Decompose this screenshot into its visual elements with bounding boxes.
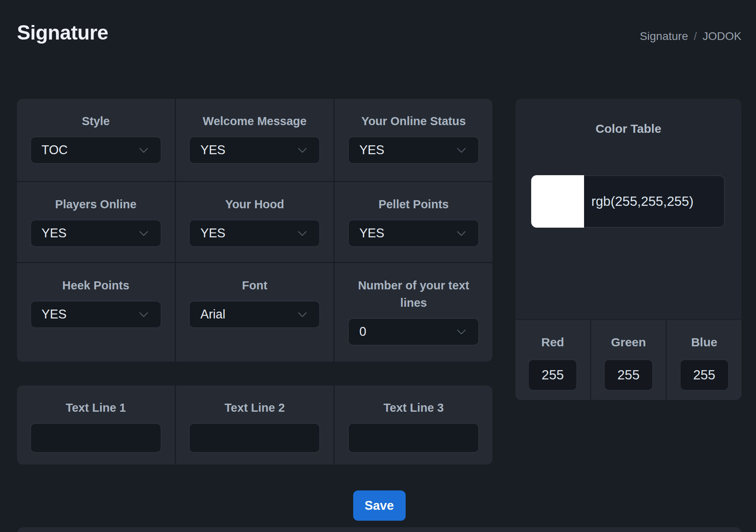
field-style: Style TOC bbox=[17, 99, 175, 181]
players-online-select-value: YES bbox=[42, 226, 67, 241]
field-label: Text Line 1 bbox=[66, 399, 126, 417]
online-status-select[interactable]: YES bbox=[348, 136, 479, 164]
red-channel-input[interactable] bbox=[528, 359, 577, 391]
chevron-down-icon bbox=[298, 227, 307, 237]
footer-card-edge bbox=[17, 527, 741, 532]
main-columns: Style TOC Welcome Message YES Your Onlin… bbox=[17, 99, 741, 465]
color-preview-row: rgb(255,255,255) bbox=[531, 175, 725, 228]
text-lines-panel: Text Line 1 Text Line 2 Text Line 3 bbox=[17, 385, 492, 465]
color-table-panel: Color Table rgb(255,255,255) Red Green bbox=[515, 99, 741, 400]
field-text-lines-count: Number of your text lines 0 bbox=[335, 263, 492, 362]
field-label: Number of your text lines bbox=[347, 277, 480, 312]
field-online-status: Your Online Status YES bbox=[335, 99, 492, 181]
players-online-select[interactable]: YES bbox=[30, 220, 161, 247]
field-label: Heek Points bbox=[62, 277, 129, 294]
channel-green: Green bbox=[591, 320, 666, 400]
field-label: Welcome Message bbox=[203, 113, 306, 130]
your-hood-select-value: YES bbox=[200, 226, 225, 241]
field-label: Text Line 3 bbox=[383, 399, 444, 417]
text-lines-count-select[interactable]: 0 bbox=[348, 318, 479, 346]
settings-panel: Style TOC Welcome Message YES Your Onlin… bbox=[17, 99, 492, 362]
field-your-hood: Your Hood YES bbox=[176, 182, 334, 262]
field-label: Text Line 2 bbox=[224, 399, 285, 417]
chevron-down-icon bbox=[139, 144, 149, 153]
field-pellet-points: Pellet Points YES bbox=[335, 182, 492, 262]
heek-points-select-value: YES bbox=[42, 307, 67, 322]
page-header: Signature Signature / JODOK bbox=[17, 21, 741, 44]
chevron-down-icon bbox=[139, 227, 149, 237]
breadcrumb-item-jodok[interactable]: JODOK bbox=[703, 30, 741, 43]
chevron-down-icon bbox=[298, 144, 307, 153]
chevron-down-icon bbox=[457, 227, 466, 237]
text-lines-count-select-value: 0 bbox=[359, 325, 366, 339]
field-heek-points: Heek Points YES bbox=[17, 263, 175, 362]
welcome-message-select[interactable]: YES bbox=[189, 136, 320, 164]
breadcrumb-separator: / bbox=[694, 30, 697, 43]
channel-label: Red bbox=[541, 335, 564, 349]
chevron-down-icon bbox=[139, 308, 149, 318]
field-label: Pellet Points bbox=[379, 196, 449, 213]
font-select-value: Arial bbox=[200, 307, 225, 322]
field-label: Players Online bbox=[55, 196, 137, 213]
rgb-value-box: rgb(255,255,255) bbox=[584, 175, 725, 228]
text-line-3-input[interactable] bbox=[348, 423, 479, 453]
field-text-line-1: Text Line 1 bbox=[17, 385, 175, 465]
online-status-select-value: YES bbox=[359, 143, 384, 157]
field-welcome-message: Welcome Message YES bbox=[176, 99, 334, 181]
green-channel-input[interactable] bbox=[604, 359, 653, 391]
channel-label: Blue bbox=[691, 335, 717, 349]
channel-red: Red bbox=[515, 320, 590, 400]
field-text-line-2: Text Line 2 bbox=[176, 385, 334, 465]
heek-points-select[interactable]: YES bbox=[30, 301, 161, 328]
field-label: Your Online Status bbox=[361, 113, 466, 130]
signature-settings-column: Style TOC Welcome Message YES Your Onlin… bbox=[17, 99, 492, 465]
chevron-down-icon bbox=[457, 326, 466, 335]
text-line-1-input[interactable] bbox=[30, 423, 161, 453]
field-label: Font bbox=[242, 277, 268, 294]
field-font: Font Arial bbox=[176, 263, 334, 362]
field-text-line-3: Text Line 3 bbox=[335, 385, 492, 465]
field-players-online: Players Online YES bbox=[17, 182, 175, 262]
color-swatch bbox=[531, 175, 584, 228]
chevron-down-icon bbox=[457, 144, 466, 153]
field-label: Your Hood bbox=[225, 196, 284, 213]
blue-channel-input[interactable] bbox=[680, 359, 729, 391]
text-line-2-input[interactable] bbox=[189, 423, 320, 453]
chevron-down-icon bbox=[298, 308, 307, 318]
color-table-column: Color Table rgb(255,255,255) Red Green bbox=[515, 99, 741, 465]
rgb-channels-row: Red Green Blue bbox=[515, 319, 741, 400]
page-content: Signature Signature / JODOK Style TOC We… bbox=[0, 0, 756, 532]
welcome-message-select-value: YES bbox=[200, 143, 225, 157]
style-select-value: TOC bbox=[42, 143, 68, 157]
pellet-points-select-value: YES bbox=[359, 226, 384, 241]
style-select[interactable]: TOC bbox=[30, 136, 161, 164]
breadcrumb-item-signature[interactable]: Signature bbox=[640, 30, 688, 43]
save-button[interactable]: Save bbox=[353, 490, 406, 521]
font-select[interactable]: Arial bbox=[189, 301, 320, 328]
color-table-title: Color Table bbox=[515, 122, 741, 136]
page-title: Signature bbox=[17, 21, 108, 44]
save-row: Save bbox=[17, 490, 741, 521]
your-hood-select[interactable]: YES bbox=[189, 220, 320, 247]
channel-label: Green bbox=[611, 335, 646, 349]
breadcrumb: Signature / JODOK bbox=[640, 30, 741, 44]
field-label: Style bbox=[82, 113, 110, 130]
pellet-points-select[interactable]: YES bbox=[348, 220, 479, 247]
rgb-value-text: rgb(255,255,255) bbox=[591, 194, 693, 209]
channel-blue: Blue bbox=[667, 320, 741, 400]
